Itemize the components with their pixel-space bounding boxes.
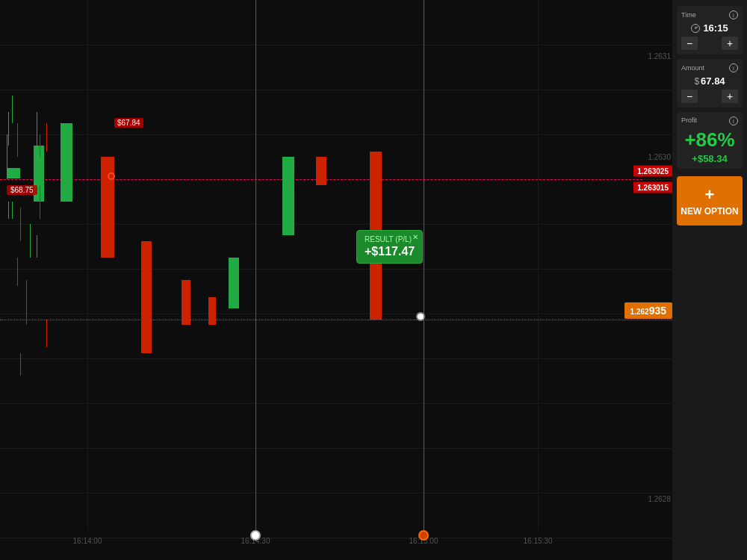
time-info-icon[interactable]: i — [729, 10, 738, 19]
candle-red-5-wick-bot — [40, 185, 40, 219]
clock-icon — [691, 24, 700, 33]
profit-label-text: Profit — [681, 116, 697, 125]
crosshair-v-1 — [255, 0, 256, 530]
time-stepper: − + — [681, 37, 738, 50]
entry-marker-red — [108, 172, 115, 180]
price-label: 1.2628 — [648, 494, 671, 503]
time-label: 16:15:30 — [524, 537, 553, 545]
candle-dollar-1: $68.75 — [7, 185, 37, 195]
candle-1-wick — [7, 134, 7, 179]
candle-3 — [61, 123, 72, 202]
grid-line — [0, 269, 672, 270]
profit-label-row: Profit i — [681, 116, 738, 125]
result-close-btn[interactable]: ✕ — [412, 233, 418, 241]
time-value: 16:15 — [703, 22, 728, 34]
time-increment-btn[interactable]: + — [722, 37, 738, 50]
new-option-label: NEW OPTION — [681, 206, 738, 217]
candle-green-3 — [282, 157, 294, 235]
grid-line — [0, 403, 672, 404]
candle-1 — [7, 168, 20, 178]
amount-stepper: − + — [681, 90, 738, 103]
candle-green-2 — [229, 258, 239, 308]
time-label-row: Time i — [681, 10, 738, 19]
amount-label-row: Amount i — [681, 63, 738, 72]
profit-section: Profit i +86% +$58.34 — [677, 112, 743, 169]
candle-green-3-wick-bot — [37, 235, 37, 258]
candle-red-1 — [101, 157, 114, 258]
profit-info-icon[interactable]: i — [729, 116, 738, 125]
candle-red-2-wick-top — [20, 208, 21, 241]
candle-red-6-wick-bot — [46, 320, 47, 348]
price-tag-red-2: 1.263015 — [633, 182, 672, 193]
candle-red-1-wick-bot — [17, 258, 18, 286]
candle-2-wick-top — [8, 112, 9, 146]
candle-red-6-wick-top — [46, 123, 47, 152]
time-marker-2 — [418, 530, 429, 541]
crosshair-h — [0, 320, 672, 320]
candle-red-5 — [316, 157, 326, 185]
vertical-time-line — [424, 0, 424, 530]
candle-red-5-wick-top — [40, 134, 40, 157]
amount-currency: $ — [694, 76, 699, 87]
grid-line-v — [87, 0, 88, 530]
candle-2-wick-bot — [8, 202, 9, 219]
right-panel: Time i 16:15 − + Amount i $ 67.84 − + — [672, 0, 747, 560]
candle-dollar-2: $67.84 — [114, 118, 143, 128]
grid-line-v — [538, 0, 539, 530]
amount-label-text: Amount — [681, 64, 704, 72]
time-decrement-btn[interactable]: − — [681, 37, 698, 50]
grid-line — [0, 90, 672, 90]
time-marker-1 — [250, 530, 261, 541]
candle-red-2 — [141, 241, 152, 353]
candle-red-1-wick-top — [17, 123, 18, 157]
candle-3-wick-top — [12, 96, 13, 124]
candle-green-3-wick-top — [37, 112, 37, 157]
time-label-text: Time — [681, 11, 696, 19]
new-option-plus: + — [680, 185, 740, 205]
result-label: RESULT (P/L) — [365, 235, 415, 243]
amount-decrement-btn[interactable]: − — [681, 90, 698, 103]
candle-red-3 — [182, 280, 190, 325]
grid-line — [0, 134, 672, 135]
price-label: 1.2631 — [648, 52, 671, 60]
profit-percent: +86% — [681, 128, 738, 152]
chart-area: 1.2631 1.2630 1.2629 1.2628 16:14:00 16:… — [0, 0, 672, 560]
time-section: Time i 16:15 − + — [677, 6, 743, 55]
amount-section: Amount i $ 67.84 − + — [677, 59, 743, 108]
candle-3-wick-bot — [12, 202, 13, 219]
crosshair-marker — [416, 312, 425, 321]
new-option-button[interactable]: + NEW OPTION — [677, 176, 743, 225]
grid-line — [0, 314, 672, 314]
amount-increment-btn[interactable]: + — [722, 90, 738, 103]
price-tag-red-1: 1.263025 — [633, 165, 672, 176]
result-value: +$117.47 — [365, 245, 415, 258]
candle-red-4-wick — [26, 280, 27, 325]
candle-red-2-wick-bot — [20, 353, 21, 376]
grid-line — [0, 45, 672, 46]
result-popup: ✕ RESULT (P/L) +$117.47 — [356, 230, 423, 264]
grid-line — [0, 493, 672, 494]
amount-value: 67.84 — [701, 75, 725, 87]
candle-red-4 — [208, 297, 216, 326]
candle-green-2-wick-top — [30, 224, 31, 258]
grid-line — [0, 358, 672, 359]
price-tag-orange: 1.262935 — [624, 302, 672, 319]
profit-dollar: +$58.34 — [681, 153, 738, 164]
price-label: 1.2630 — [648, 153, 671, 161]
time-label: 16:14:00 — [73, 537, 102, 545]
grid-line — [0, 448, 672, 449]
amount-info-icon[interactable]: i — [729, 63, 738, 72]
